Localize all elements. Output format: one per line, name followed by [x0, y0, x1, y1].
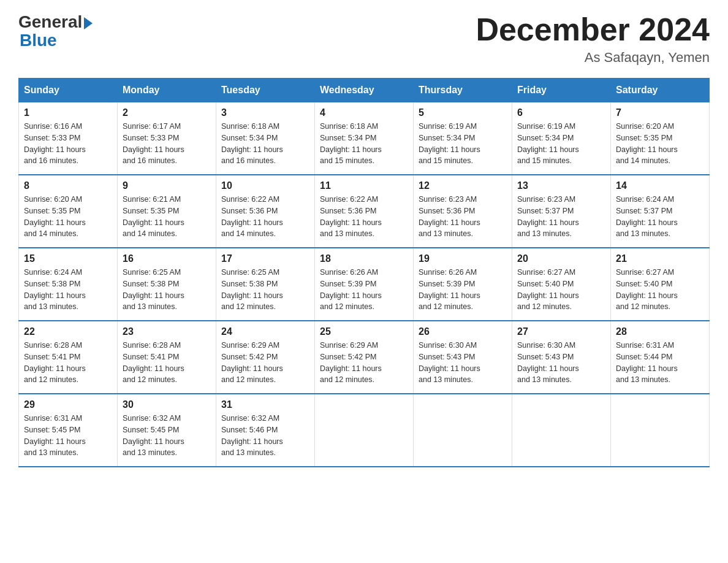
logo-general-text: General [18, 12, 82, 32]
day-info: Sunrise: 6:21 AMSunset: 5:35 PMDaylight:… [123, 194, 211, 240]
day-info: Sunrise: 6:17 AMSunset: 5:33 PMDaylight:… [123, 121, 211, 167]
calendar-week-row: 8Sunrise: 6:20 AMSunset: 5:35 PMDaylight… [19, 175, 710, 248]
day-info: Sunrise: 6:18 AMSunset: 5:34 PMDaylight:… [320, 121, 408, 167]
calendar-cell: 17Sunrise: 6:25 AMSunset: 5:38 PMDayligh… [216, 248, 315, 321]
day-number: 23 [123, 326, 211, 337]
day-info: Sunrise: 6:28 AMSunset: 5:41 PMDaylight:… [123, 340, 211, 386]
calendar-cell: 9Sunrise: 6:21 AMSunset: 5:35 PMDaylight… [118, 175, 216, 248]
day-info: Sunrise: 6:23 AMSunset: 5:37 PMDaylight:… [517, 194, 605, 240]
calendar-header-friday: Friday [512, 79, 611, 102]
calendar-cell: 1Sunrise: 6:16 AMSunset: 5:33 PMDaylight… [19, 102, 118, 175]
day-info: Sunrise: 6:29 AMSunset: 5:42 PMDaylight:… [221, 340, 309, 386]
day-info: Sunrise: 6:25 AMSunset: 5:38 PMDaylight:… [123, 267, 211, 313]
title-block: December 2024 As Safaqayn, Yemen [476, 12, 710, 66]
day-number: 9 [123, 180, 211, 191]
day-number: 26 [419, 326, 507, 337]
calendar-week-row: 29Sunrise: 6:31 AMSunset: 5:45 PMDayligh… [19, 394, 710, 467]
calendar-cell: 24Sunrise: 6:29 AMSunset: 5:42 PMDayligh… [216, 321, 315, 394]
calendar-cell: 27Sunrise: 6:30 AMSunset: 5:43 PMDayligh… [512, 321, 611, 394]
day-number: 16 [123, 253, 211, 264]
logo: General Blue [18, 12, 93, 49]
calendar-header-row: SundayMondayTuesdayWednesdayThursdayFrid… [19, 79, 710, 102]
calendar-header-monday: Monday [118, 79, 216, 102]
day-number: 1 [24, 107, 112, 118]
day-number: 12 [419, 180, 507, 191]
day-number: 14 [616, 180, 704, 191]
day-number: 10 [221, 180, 309, 191]
day-number: 28 [616, 326, 704, 337]
calendar-cell: 30Sunrise: 6:32 AMSunset: 5:45 PMDayligh… [118, 394, 216, 467]
day-info: Sunrise: 6:32 AMSunset: 5:46 PMDaylight:… [221, 413, 309, 459]
calendar-cell: 29Sunrise: 6:31 AMSunset: 5:45 PMDayligh… [19, 394, 118, 467]
calendar-cell: 16Sunrise: 6:25 AMSunset: 5:38 PMDayligh… [118, 248, 216, 321]
calendar-cell: 13Sunrise: 6:23 AMSunset: 5:37 PMDayligh… [512, 175, 611, 248]
month-title: December 2024 [476, 12, 710, 47]
day-number: 27 [517, 326, 605, 337]
calendar-cell: 19Sunrise: 6:26 AMSunset: 5:39 PMDayligh… [414, 248, 512, 321]
calendar-header-saturday: Saturday [611, 79, 710, 102]
day-number: 2 [123, 107, 211, 118]
day-number: 4 [320, 107, 408, 118]
calendar-week-row: 15Sunrise: 6:24 AMSunset: 5:38 PMDayligh… [19, 248, 710, 321]
day-number: 18 [320, 253, 408, 264]
day-info: Sunrise: 6:19 AMSunset: 5:34 PMDaylight:… [517, 121, 605, 167]
day-info: Sunrise: 6:26 AMSunset: 5:39 PMDaylight:… [320, 267, 408, 313]
day-number: 29 [24, 399, 112, 410]
day-number: 25 [320, 326, 408, 337]
calendar-cell: 15Sunrise: 6:24 AMSunset: 5:38 PMDayligh… [19, 248, 118, 321]
calendar-cell: 6Sunrise: 6:19 AMSunset: 5:34 PMDaylight… [512, 102, 611, 175]
day-number: 3 [221, 107, 309, 118]
day-number: 11 [320, 180, 408, 191]
calendar-cell: 8Sunrise: 6:20 AMSunset: 5:35 PMDaylight… [19, 175, 118, 248]
day-number: 21 [616, 253, 704, 264]
day-number: 6 [517, 107, 605, 118]
logo-top: General [18, 12, 93, 32]
calendar-week-row: 1Sunrise: 6:16 AMSunset: 5:33 PMDaylight… [19, 102, 710, 175]
day-number: 22 [24, 326, 112, 337]
day-info: Sunrise: 6:32 AMSunset: 5:45 PMDaylight:… [123, 413, 211, 459]
day-info: Sunrise: 6:20 AMSunset: 5:35 PMDaylight:… [24, 194, 112, 240]
day-info: Sunrise: 6:24 AMSunset: 5:38 PMDaylight:… [24, 267, 112, 313]
day-info: Sunrise: 6:16 AMSunset: 5:33 PMDaylight:… [24, 121, 112, 167]
logo-blue-text: Blue [20, 32, 57, 49]
calendar-cell [512, 394, 611, 467]
day-number: 20 [517, 253, 605, 264]
calendar-table: SundayMondayTuesdayWednesdayThursdayFrid… [18, 78, 710, 467]
calendar-cell [315, 394, 414, 467]
day-number: 15 [24, 253, 112, 264]
calendar-cell: 11Sunrise: 6:22 AMSunset: 5:36 PMDayligh… [315, 175, 414, 248]
day-info: Sunrise: 6:28 AMSunset: 5:41 PMDaylight:… [24, 340, 112, 386]
day-number: 17 [221, 253, 309, 264]
day-info: Sunrise: 6:19 AMSunset: 5:34 PMDaylight:… [419, 121, 507, 167]
calendar-cell: 12Sunrise: 6:23 AMSunset: 5:36 PMDayligh… [414, 175, 512, 248]
day-info: Sunrise: 6:24 AMSunset: 5:37 PMDaylight:… [616, 194, 704, 240]
day-info: Sunrise: 6:20 AMSunset: 5:35 PMDaylight:… [616, 121, 704, 167]
day-number: 19 [419, 253, 507, 264]
day-info: Sunrise: 6:23 AMSunset: 5:36 PMDaylight:… [419, 194, 507, 240]
calendar-header-wednesday: Wednesday [315, 79, 414, 102]
day-info: Sunrise: 6:31 AMSunset: 5:45 PMDaylight:… [24, 413, 112, 459]
day-info: Sunrise: 6:30 AMSunset: 5:43 PMDaylight:… [517, 340, 605, 386]
day-number: 30 [123, 399, 211, 410]
location: As Safaqayn, Yemen [476, 50, 710, 66]
day-info: Sunrise: 6:26 AMSunset: 5:39 PMDaylight:… [419, 267, 507, 313]
calendar-week-row: 22Sunrise: 6:28 AMSunset: 5:41 PMDayligh… [19, 321, 710, 394]
day-info: Sunrise: 6:22 AMSunset: 5:36 PMDaylight:… [221, 194, 309, 240]
day-number: 7 [616, 107, 704, 118]
logo-arrow-icon [84, 17, 93, 29]
day-info: Sunrise: 6:27 AMSunset: 5:40 PMDaylight:… [517, 267, 605, 313]
calendar-cell: 3Sunrise: 6:18 AMSunset: 5:34 PMDaylight… [216, 102, 315, 175]
calendar-cell: 31Sunrise: 6:32 AMSunset: 5:46 PMDayligh… [216, 394, 315, 467]
day-info: Sunrise: 6:27 AMSunset: 5:40 PMDaylight:… [616, 267, 704, 313]
calendar-header-thursday: Thursday [414, 79, 512, 102]
day-info: Sunrise: 6:31 AMSunset: 5:44 PMDaylight:… [616, 340, 704, 386]
calendar-cell: 7Sunrise: 6:20 AMSunset: 5:35 PMDaylight… [611, 102, 710, 175]
calendar-cell: 5Sunrise: 6:19 AMSunset: 5:34 PMDaylight… [414, 102, 512, 175]
calendar-cell: 26Sunrise: 6:30 AMSunset: 5:43 PMDayligh… [414, 321, 512, 394]
day-info: Sunrise: 6:29 AMSunset: 5:42 PMDaylight:… [320, 340, 408, 386]
day-number: 13 [517, 180, 605, 191]
calendar-cell: 14Sunrise: 6:24 AMSunset: 5:37 PMDayligh… [611, 175, 710, 248]
page-header: General Blue December 2024 As Safaqayn, … [18, 12, 710, 66]
day-number: 5 [419, 107, 507, 118]
day-info: Sunrise: 6:30 AMSunset: 5:43 PMDaylight:… [419, 340, 507, 386]
